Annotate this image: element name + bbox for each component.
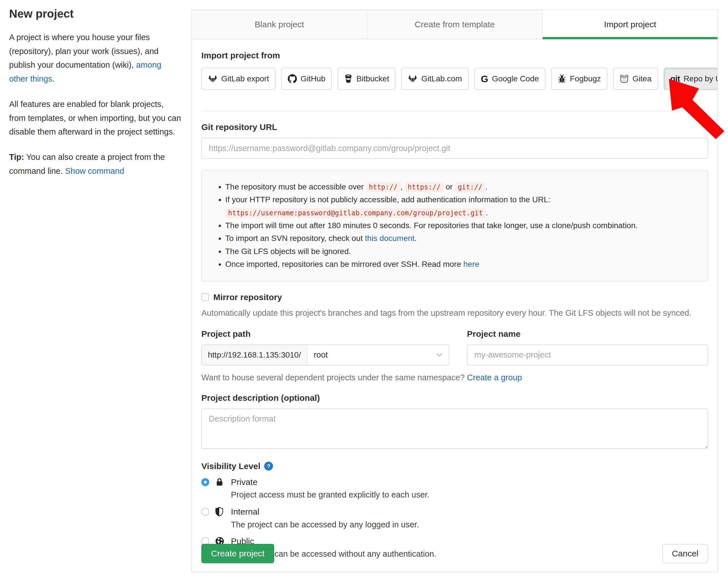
note-mirror-ssh: Once imported, repositories can be mirro…	[225, 258, 696, 271]
namespace-select[interactable]: root	[307, 345, 449, 365]
internal-description: The project can be accessed by any logge…	[231, 519, 708, 530]
code-http: http://	[366, 182, 400, 192]
visibility-private-option: Private Project access must be granted e…	[201, 477, 708, 500]
import-from-heading: Import project from	[201, 51, 708, 60]
note-svn: To import an SVN repository, check out t…	[225, 232, 696, 245]
new-project-panel: Blank project Create from template Impor…	[191, 9, 718, 572]
mirror-repository-row: Mirror repository	[201, 293, 708, 302]
import-source-repo-by-url[interactable]: git Repo by URL	[664, 68, 718, 90]
visibility-level-label: Visibility Level	[201, 461, 260, 471]
project-name-input[interactable]	[467, 345, 708, 365]
note-lfs: The Git LFS objects will be ignored.	[225, 245, 696, 258]
import-source-bitbucket[interactable]: Bitbucket	[338, 68, 395, 90]
gitlab-logo-icon	[208, 75, 217, 83]
shield-icon	[215, 507, 231, 517]
bug-icon	[558, 74, 566, 83]
cancel-button[interactable]: Cancel	[662, 544, 708, 563]
internal-radio[interactable]	[201, 508, 209, 516]
project-url-prefix: http://192.168.1.135:3010/	[202, 345, 307, 365]
project-name-label: Project name	[467, 329, 708, 339]
import-source-gitlab-export[interactable]: GitLab export	[201, 68, 276, 90]
github-logo-icon	[288, 74, 297, 83]
import-source-label: Gitea	[632, 74, 651, 83]
sidebar: New project A project is where you house…	[9, 4, 181, 189]
divider	[201, 111, 708, 111]
private-label[interactable]: Private	[231, 477, 708, 487]
sidebar-tip: Tip: You can also create a project from …	[9, 150, 181, 178]
project-description-label: Project description (optional)	[201, 393, 708, 403]
tab-blank-project[interactable]: Blank project	[192, 10, 367, 39]
note-protocols: The repository must be accessible over h…	[225, 180, 696, 193]
import-source-label: GitLab.com	[421, 74, 462, 83]
help-question-icon[interactable]: ?	[264, 462, 273, 471]
code-git: git://	[455, 182, 486, 192]
read-more-here-link[interactable]: here	[463, 260, 479, 269]
import-source-gitea[interactable]: GO Gitea	[613, 68, 658, 90]
import-source-buttons: GitLab export GitHub Bitbucket	[201, 68, 708, 90]
import-source-google-code[interactable]: G Google Code	[474, 68, 545, 90]
code-auth-url: https://username:password@gitlab.company…	[225, 208, 486, 218]
google-g-icon: G	[481, 74, 488, 84]
import-source-fogbugz[interactable]: Fogbugz	[551, 68, 607, 90]
mirror-repository-checkbox[interactable]	[201, 293, 209, 301]
visibility-internal-option: Internal The project can be accessed by …	[201, 507, 708, 530]
svg-text:GO: GO	[623, 77, 626, 79]
namespace-value: root	[314, 350, 328, 359]
form-actions: Create project Cancel	[201, 544, 708, 563]
git-url-input[interactable]	[201, 138, 708, 159]
tab-create-from-template[interactable]: Create from template	[367, 10, 543, 39]
project-description-textarea[interactable]	[201, 408, 708, 449]
project-path-label: Project path	[201, 329, 449, 339]
import-notes-box: The repository must be accessible over h…	[201, 170, 708, 282]
import-source-label: GitHub	[301, 74, 325, 83]
sidebar-intro-period: .	[52, 74, 55, 83]
import-project-form: Import project from GitLab export GitHub	[192, 39, 718, 559]
path-name-row: Project path http://192.168.1.135:3010/ …	[201, 329, 708, 365]
import-source-label: Fogbugz	[570, 74, 601, 83]
visibility-level-row: Visibility Level ?	[201, 461, 708, 471]
gitea-logo-icon: GO	[620, 74, 629, 83]
sidebar-intro: A project is where you house your files …	[9, 30, 181, 86]
note-auth: If your HTTP repository is not publicly …	[225, 193, 696, 219]
import-source-label: Google Code	[492, 74, 539, 83]
project-name-column: Project name	[467, 329, 708, 365]
import-source-label: Bitbucket	[356, 74, 389, 83]
import-source-github[interactable]: GitHub	[281, 68, 332, 90]
create-a-group-link[interactable]: Create a group	[467, 373, 522, 382]
private-description: Project access must be granted explicitl…	[231, 489, 708, 500]
svn-document-link[interactable]: this document	[365, 234, 414, 243]
import-source-gitlab-com[interactable]: GitLab.com	[401, 68, 468, 90]
git-logo-icon: git	[670, 74, 680, 84]
private-radio[interactable]	[201, 478, 209, 486]
lock-icon	[215, 477, 231, 487]
page-title: New project	[9, 7, 181, 20]
code-https: https://	[405, 182, 444, 192]
note-timeout: The import will time out after 180 minut…	[225, 219, 696, 232]
tab-bar: Blank project Create from template Impor…	[192, 10, 718, 39]
mirror-repository-help: Automatically update this project's bran…	[201, 308, 708, 318]
import-source-label: Repo by URL	[684, 74, 718, 83]
import-source-label: GitLab export	[221, 74, 269, 83]
create-project-button[interactable]: Create project	[201, 544, 274, 563]
chevron-down-icon	[436, 353, 442, 357]
bitbucket-logo-icon	[344, 74, 353, 83]
git-url-label: Git repository URL	[201, 122, 708, 132]
tip-bold: Tip:	[9, 152, 24, 161]
tab-import-project[interactable]: Import project	[543, 10, 718, 39]
show-command-link[interactable]: Show command	[65, 167, 124, 176]
project-path-group: http://192.168.1.135:3010/ root	[201, 345, 449, 365]
mirror-repository-label[interactable]: Mirror repository	[213, 293, 282, 302]
internal-label[interactable]: Internal	[231, 507, 708, 516]
namespace-question: Want to house several dependent projects…	[201, 373, 708, 382]
sidebar-features-note: All features are enabled for blank proje…	[9, 97, 181, 139]
gitlab-logo-icon	[408, 75, 417, 83]
project-path-column: Project path http://192.168.1.135:3010/ …	[201, 329, 449, 365]
